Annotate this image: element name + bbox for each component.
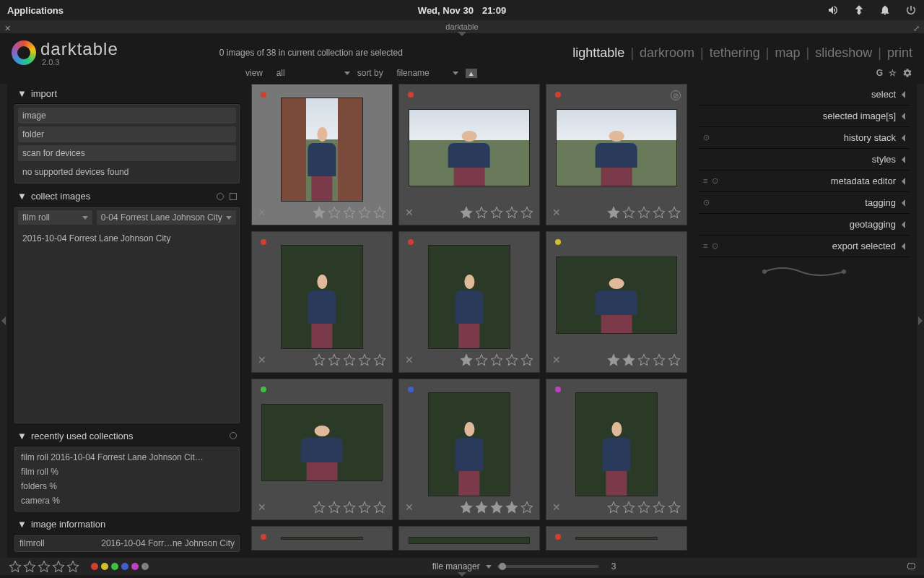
color-label-green[interactable] [111, 563, 118, 570]
thumbnail[interactable]: ✕ [398, 84, 540, 225]
star-rating[interactable] [637, 206, 650, 219]
thumbnail-image[interactable] [556, 109, 676, 186]
color-label-dot[interactable] [555, 387, 561, 392]
star-rating[interactable] [343, 206, 356, 219]
star-rating[interactable] [505, 501, 518, 514]
grouping-toggle[interactable]: G [876, 68, 883, 78]
volume-icon[interactable] [827, 4, 839, 16]
module-recent-header[interactable]: ▼recently used collections [14, 426, 240, 447]
bottom-panel-toggle[interactable] [458, 572, 466, 577]
star-rating[interactable] [373, 353, 386, 366]
star-rating[interactable] [328, 353, 341, 366]
applications-menu[interactable]: Applications [7, 5, 64, 16]
view-map[interactable]: map [775, 46, 801, 61]
zoom-slider[interactable] [497, 565, 598, 568]
left-panel-toggle[interactable] [0, 84, 7, 558]
color-label-dot[interactable] [408, 92, 414, 98]
thumbnail[interactable]: ✕ [251, 84, 393, 225]
star-rating[interactable] [668, 501, 681, 514]
color-label-dot[interactable] [261, 239, 266, 245]
window-close-icon[interactable]: ✕ [4, 22, 11, 35]
group-icon[interactable]: ⊘ [671, 90, 681, 100]
thumbnail[interactable]: ⊘ ✕ [546, 84, 687, 225]
star-rating[interactable] [343, 501, 356, 514]
thumbnail-image[interactable] [281, 98, 363, 202]
sort-direction-button[interactable]: ▲ [466, 69, 477, 78]
star-rating[interactable] [475, 353, 488, 366]
view-tethering[interactable]: tethering [710, 46, 760, 61]
thumbnail-image[interactable] [409, 109, 529, 186]
star-rating[interactable] [490, 501, 503, 514]
color-label-dot[interactable] [408, 239, 414, 245]
star-rating[interactable] [460, 501, 473, 514]
layout-mode-select[interactable]: file manager [432, 561, 480, 571]
thumbnail[interactable]: ✕ [398, 379, 540, 520]
right-panel-toggle[interactable] [917, 84, 924, 558]
color-label-dot[interactable] [261, 92, 266, 98]
star-rating[interactable] [343, 353, 356, 366]
reject-button[interactable]: ✕ [405, 354, 414, 366]
collect-preset-icon[interactable] [230, 193, 237, 200]
star-rating[interactable] [358, 206, 371, 219]
reject-button[interactable]: ✕ [552, 501, 561, 513]
star-rating[interactable] [520, 353, 533, 366]
star-rating[interactable] [668, 206, 681, 219]
reject-button[interactable]: ✕ [552, 354, 561, 366]
view-darkroom[interactable]: darkroom [640, 46, 694, 61]
view-lighttable[interactable]: lighttable [572, 46, 624, 61]
module-collect-header[interactable]: ▼collect images [14, 186, 240, 207]
thumbnail-image[interactable] [575, 392, 658, 496]
thumbnail-image[interactable] [428, 392, 510, 496]
import-scan-button[interactable]: scan for devices [18, 145, 236, 161]
reject-button[interactable]: ✕ [405, 501, 414, 513]
thumbnail-image[interactable] [281, 537, 363, 540]
star-rating[interactable] [668, 353, 681, 366]
star-rating[interactable] [373, 501, 386, 514]
star-rating[interactable] [607, 501, 620, 514]
color-label-dot[interactable] [408, 387, 414, 392]
recent-item[interactable]: film roll % [18, 465, 236, 479]
star-rating[interactable] [607, 206, 620, 219]
star-rating[interactable] [520, 501, 533, 514]
module-metadata-editor[interactable]: ≡⊙metadata editor [699, 171, 910, 192]
reject-button[interactable]: ✕ [258, 501, 266, 513]
star-rating[interactable] [653, 501, 666, 514]
color-label-yellow[interactable] [101, 563, 108, 570]
color-label-dot[interactable] [555, 92, 561, 98]
recent-item[interactable]: camera % [18, 493, 236, 508]
module-tagging[interactable]: ⊙tagging [699, 192, 910, 214]
star-rating[interactable] [313, 501, 326, 514]
color-label-dot[interactable] [555, 534, 561, 540]
module-select[interactable]: select [699, 84, 910, 105]
recent-item[interactable]: folders % [18, 479, 236, 493]
module-geotagging[interactable]: geotagging [699, 214, 910, 236]
thumbnail-image[interactable] [409, 537, 529, 544]
thumbnail-image[interactable] [281, 245, 363, 349]
star-rating[interactable] [475, 501, 488, 514]
view-filter-dropdown[interactable]: view all [245, 68, 350, 78]
thumbnail[interactable]: ✕ [546, 379, 687, 520]
star-rating[interactable] [328, 501, 341, 514]
thumbnail-image[interactable] [575, 537, 658, 540]
module-imageinfo-header[interactable]: ▼image information [14, 514, 240, 535]
star-rating[interactable] [490, 206, 503, 219]
network-icon[interactable] [853, 4, 865, 16]
collect-attribute-select[interactable]: film roll [18, 210, 92, 225]
top-panel-toggle[interactable] [458, 32, 466, 36]
thumbnail[interactable] [251, 526, 393, 551]
star-overlay-toggle[interactable]: ☆ [889, 68, 897, 78]
sort-dropdown[interactable]: sort by filename [357, 68, 458, 78]
star-rating[interactable] [460, 206, 473, 219]
display-profile-icon[interactable]: 🖵 [907, 561, 915, 571]
reject-button[interactable]: ✕ [552, 207, 561, 218]
thumbnail[interactable]: ✕ [251, 231, 393, 373]
star-rating[interactable] [475, 206, 488, 219]
star-rating[interactable] [460, 353, 473, 366]
star-rating[interactable] [505, 206, 518, 219]
star-rating[interactable] [490, 353, 503, 366]
star-rating[interactable] [373, 206, 386, 219]
rating-filter[interactable] [9, 560, 79, 573]
import-folder-button[interactable]: folder [18, 126, 236, 142]
star-rating[interactable] [313, 206, 326, 219]
thumbnail[interactable]: ✕ [546, 231, 687, 373]
